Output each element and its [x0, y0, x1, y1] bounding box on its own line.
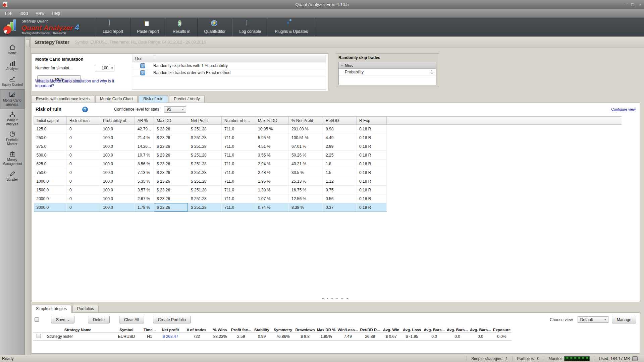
risk-cell[interactable]: 1.07 % [255, 194, 289, 203]
strategy-cell[interactable]: 0.0 [446, 333, 469, 341]
risk-cell[interactable]: 711.0 [222, 151, 255, 160]
use-row-skip-trades[interactable]: ✓ Randomly skip trades with 1 % probabil… [132, 62, 326, 69]
monitor-graph-icon[interactable] [564, 356, 590, 361]
probability-row[interactable]: Probability 1 [339, 69, 436, 75]
risk-cell[interactable]: $ 23.26 [154, 133, 188, 142]
risk-column-header[interactable]: % Net Profit [289, 117, 323, 125]
risk-column-header[interactable]: AR % [135, 117, 154, 125]
risk-cell[interactable]: 0.18 R [357, 160, 387, 168]
tab-results-confidence[interactable]: Results with confidence levels [31, 95, 94, 103]
strategy-row[interactable]: StrategyTesterEURUSDH1$ 263.4772288.23%2… [33, 333, 512, 341]
sidebar-item-scripter[interactable]: Scripter [0, 168, 24, 184]
results-in-button[interactable]: $ Results in [166, 18, 198, 37]
risk-cell[interactable]: $ 23.26 [154, 160, 188, 168]
risk-cell[interactable]: 1.39 % [255, 186, 289, 194]
risk-cell[interactable]: 1.12 [323, 177, 357, 186]
risk-cell[interactable]: 0.18 R [357, 151, 387, 160]
plugins-updates-button[interactable]: Plugins & Updates [268, 18, 315, 37]
risk-cell[interactable]: 711.0 [222, 194, 255, 203]
tab-risk-of-ruin[interactable]: Risk of ruin [139, 95, 168, 103]
risk-cell[interactable]: $ 251.28 [188, 151, 222, 160]
tab-predict-verify[interactable]: Predict / Verify [169, 95, 204, 103]
strategy-cell[interactable]: 0.0 [423, 333, 446, 341]
strategy-cell[interactable]: 0.0% [492, 333, 512, 341]
strategy-cell[interactable]: 0.0 [469, 333, 492, 341]
risk-column-header[interactable]: Number of tr... [222, 117, 255, 125]
risk-column-header[interactable]: Net Profit [188, 117, 222, 125]
select-all-checkbox[interactable] [35, 317, 39, 322]
strategy-cell[interactable]: H1 [142, 333, 158, 341]
strategies-column-header[interactable]: Win/Loss... [337, 327, 359, 333]
menu-file[interactable]: File [1, 10, 15, 17]
risk-cell[interactable]: $ 23.26 [154, 186, 188, 194]
strategy-cell[interactable]: EURUSD [111, 333, 142, 341]
risk-cell[interactable]: 2.25 [323, 151, 357, 160]
confidence-select[interactable]: 95 ▼ [164, 106, 186, 113]
strategies-column-header[interactable]: Time... [142, 327, 158, 333]
risk-cell[interactable]: 2000.0 [34, 194, 67, 203]
tab-monte-carlo-chart[interactable]: Monte Carlo Chart [95, 95, 138, 103]
clear-all-button[interactable]: Clear All [119, 316, 144, 323]
sidebar-item-analyze[interactable]: Analyze [0, 58, 24, 73]
strategy-cell[interactable]: 76.86% [271, 333, 294, 341]
tab-simple-strategies[interactable]: Simple strategies [31, 305, 71, 313]
strategies-column-header[interactable]: Avg. Bars... [469, 327, 492, 333]
risk-cell[interactable]: 500.0 [34, 151, 67, 160]
risk-cell[interactable]: 8.38 % [289, 203, 323, 212]
strategies-column-header[interactable]: # of trades [183, 327, 210, 333]
risk-cell[interactable]: 0.75 [323, 186, 357, 194]
risk-column-header[interactable]: Probability of... [100, 117, 135, 125]
risk-column-header[interactable]: Max % DD [255, 117, 289, 125]
risk-cell[interactable]: 2.48 % [255, 168, 289, 177]
risk-cell[interactable]: 0.18 R [357, 194, 387, 203]
risk-cell[interactable]: 0 [67, 125, 100, 133]
strategy-cell[interactable]: 722 [183, 333, 210, 341]
risk-cell[interactable]: 0 [67, 151, 100, 160]
risk-cell[interactable]: 2.67 % [135, 194, 154, 203]
strategies-column-header[interactable]: Stability [252, 327, 271, 333]
risk-cell[interactable]: $ 251.28 [188, 168, 222, 177]
strategy-cell[interactable]: $ -1.95 [401, 333, 423, 341]
strategies-column-header[interactable]: Symbol [111, 327, 142, 333]
risk-cell[interactable]: 0.56 [323, 194, 357, 203]
risk-cell[interactable]: 4.51 % [255, 142, 289, 151]
strategy-cell[interactable]: StrategyTester [44, 333, 111, 341]
risk-table-row[interactable]: 500.00100.010.7 %$ 23.26$ 251.28711.03.5… [34, 151, 622, 160]
choose-view-select[interactable]: Default ▼ [578, 316, 608, 323]
risk-cell[interactable]: 10.7 % [135, 151, 154, 160]
risk-column-header[interactable]: Ret/DD [323, 117, 357, 125]
probability-value[interactable]: 1 [431, 70, 436, 74]
close-button[interactable]: × [639, 2, 641, 7]
strategies-column-header[interactable]: Exposure [492, 327, 512, 333]
risk-cell[interactable]: 1.78 % [135, 203, 154, 212]
risk-cell[interactable]: 0.18 R [357, 203, 387, 212]
risk-cell[interactable]: 1.5 [323, 168, 357, 177]
risk-cell[interactable]: 16.75 % [289, 186, 323, 194]
strategy-cell[interactable]: $ 0.67 [381, 333, 401, 341]
risk-cell[interactable]: 42.79... [135, 125, 154, 133]
menu-view[interactable]: View [32, 10, 48, 17]
strategy-cell[interactable]: 7.49 [337, 333, 359, 341]
risk-cell[interactable]: 0.18 R [357, 133, 387, 142]
risk-cell[interactable]: 750.0 [34, 168, 67, 177]
risk-cell[interactable]: 100.0 [100, 125, 135, 133]
risk-table-row[interactable]: 625.00100.08.56 %$ 23.26$ 251.28711.02.9… [34, 160, 622, 168]
risk-cell[interactable]: $ 23.26 [154, 125, 188, 133]
risk-cell[interactable]: 4.49 [323, 133, 357, 142]
risk-cell[interactable]: 1500.0 [34, 186, 67, 194]
strategies-column-header[interactable]: Symmetry [271, 327, 294, 333]
delete-button[interactable]: Delete [88, 316, 110, 323]
risk-cell[interactable]: 21.4 % [135, 133, 154, 142]
risk-cell[interactable]: 40.21 % [289, 160, 323, 168]
risk-cell[interactable]: $ 251.28 [188, 186, 222, 194]
risk-cell[interactable]: $ 251.28 [188, 194, 222, 203]
risk-cell[interactable]: 0.18 R [357, 177, 387, 186]
risk-cell[interactable]: $ 23.26 [154, 194, 188, 203]
load-report-button[interactable]: Load report [96, 18, 130, 37]
strategies-column-header[interactable]: Max DD % [316, 327, 337, 333]
risk-cell[interactable]: 5.95 % [255, 133, 289, 142]
risk-table-row[interactable]: 125.00100.042.79...$ 23.26$ 251.28711.01… [34, 125, 622, 133]
risk-column-header[interactable]: R Exp [357, 117, 387, 125]
risk-cell[interactable]: 50.26 % [289, 151, 323, 160]
panel-pager[interactable]: ◄ ▪ ─ ─ ─ ► [32, 297, 640, 300]
